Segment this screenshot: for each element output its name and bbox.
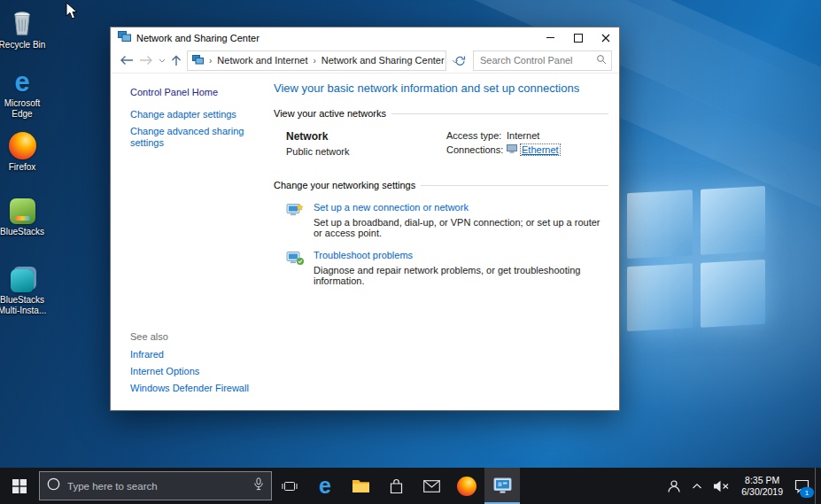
chevron-up-icon	[692, 483, 702, 490]
sidebar-item-change-adapter-settings[interactable]: Change adapter settings	[130, 109, 263, 120]
setup-connection-description: Set up a broadband, dial-up, or VPN conn…	[314, 217, 608, 238]
bluestacks-icon	[0, 194, 48, 224]
breadcrumb-item-network-and-sharing-center[interactable]: Network and Sharing Center	[321, 55, 445, 66]
taskbar-search-input[interactable]	[66, 480, 248, 492]
networking-settings-header: Change your networking settings	[274, 180, 608, 190]
firefox-icon	[457, 477, 476, 496]
sidebar: Control Panel Home Change adapter settin…	[111, 74, 263, 410]
window-titlebar: Network and Sharing Center	[111, 27, 619, 48]
refresh-button[interactable]	[452, 55, 468, 66]
start-button[interactable]	[0, 468, 39, 504]
setup-connection-link[interactable]: Set up a new connection or network	[314, 202, 608, 213]
window-system-icon[interactable]	[118, 31, 131, 44]
search-icon	[596, 54, 607, 66]
access-type-value: Internet	[507, 130, 539, 141]
troubleshoot-task: Troubleshoot problems Diagnose and repai…	[286, 250, 608, 286]
desktop-icon-label: BlueStacks	[0, 227, 48, 237]
sidebar-item-control-panel-home[interactable]: Control Panel Home	[130, 87, 263, 97]
taskbar-clock[interactable]: 8:35 PM 6/30/2019	[735, 475, 789, 498]
action-center-button[interactable]: 1	[789, 468, 815, 504]
cortana-icon	[47, 477, 60, 494]
edge-icon: e	[0, 66, 48, 96]
desktop-icon-label: Recycle Bin	[0, 40, 48, 50]
windows-logo-wallpaper	[627, 186, 765, 331]
windows-logo-pane	[627, 190, 693, 258]
taskbar-firefox-button[interactable]	[449, 468, 484, 504]
access-type-label: Access type:	[446, 130, 507, 141]
people-button[interactable]	[662, 468, 686, 504]
taskbar-control-panel-button-active[interactable]	[484, 468, 520, 504]
hidden-icons-button[interactable]	[686, 468, 708, 504]
ethernet-link[interactable]: Ethernet	[520, 143, 561, 156]
taskbar-search[interactable]	[39, 471, 272, 500]
notification-badge: 1	[800, 487, 814, 498]
windows-logo-pane	[701, 259, 766, 327]
see-also-section: See also Infrared Internet Options Windo…	[130, 331, 263, 399]
back-button[interactable]	[120, 55, 134, 66]
address-location-icon	[192, 55, 204, 66]
clock-time: 8:35 PM	[741, 475, 783, 486]
bluestacks-multi-icon	[0, 262, 48, 292]
people-icon	[667, 479, 681, 493]
recent-pages-chevron-icon[interactable]	[159, 58, 166, 63]
sidebar-item-internet-options[interactable]: Internet Options	[130, 366, 263, 377]
address-bar[interactable]: › Network and Internet › Network and Sha…	[187, 50, 446, 71]
network-name: Network	[286, 130, 446, 143]
task-view-button[interactable]	[272, 468, 307, 504]
troubleshoot-description: Diagnose and repair network problems, or…	[314, 265, 608, 286]
breadcrumb-item-network-and-internet[interactable]: Network and Internet	[217, 55, 307, 66]
sidebar-item-windows-defender-firewall[interactable]: Windows Defender Firewall	[130, 383, 263, 394]
recycle-bin-icon	[0, 7, 48, 37]
desktop-icon-bluestacks[interactable]: BlueStacks	[0, 194, 48, 237]
control-panel-search[interactable]	[473, 50, 612, 71]
close-button[interactable]	[592, 27, 619, 48]
desktop-icon-label: BlueStacks Multi-Insta...	[0, 295, 48, 316]
show-desktop-button[interactable]	[815, 468, 821, 504]
new-connection-icon	[286, 202, 305, 238]
control-panel-search-input[interactable]	[478, 54, 596, 66]
desktop-icon-bluestacks-multi[interactable]: BlueStacks Multi-Insta...	[0, 262, 48, 316]
desktop-icon-recycle-bin[interactable]: Recycle Bin	[0, 7, 48, 50]
window-body: Control Panel Home Change adapter settin…	[111, 74, 619, 410]
breadcrumb-separator: ›	[311, 56, 317, 66]
maximize-button[interactable]	[564, 27, 592, 48]
windows-start-icon	[12, 479, 27, 493]
up-button[interactable]	[171, 55, 182, 66]
microphone-icon[interactable]	[253, 477, 264, 494]
network-sharing-center-window: Network and Sharing Center	[110, 27, 620, 411]
system-tray: 8:35 PM 6/30/2019 1	[662, 468, 821, 504]
taskbar-mail-button[interactable]	[414, 468, 449, 504]
active-networks-header: View your active networks	[274, 108, 608, 119]
minimize-button[interactable]	[537, 27, 564, 48]
active-networks-header-label: View your active networks	[274, 108, 386, 119]
store-icon	[389, 478, 404, 494]
firefox-icon	[0, 129, 48, 159]
setup-connection-task: Set up a new connection or network Set u…	[286, 202, 608, 238]
connections-label: Connections:	[446, 144, 507, 155]
forward-button[interactable]	[139, 55, 153, 66]
window-title: Network and Sharing Center	[136, 33, 259, 43]
taskbar-store-button[interactable]	[378, 468, 414, 504]
mail-icon	[423, 480, 440, 492]
taskbar: e	[0, 468, 821, 504]
active-network-item: Network Public network Access type: Inte…	[286, 130, 608, 159]
page-title: View your basic network information and …	[274, 81, 608, 95]
desktop-icon-label: Firefox	[0, 162, 48, 173]
desktop-icon-firefox[interactable]: Firefox	[0, 129, 48, 173]
sidebar-item-infrared[interactable]: Infrared	[130, 349, 263, 361]
taskbar-file-explorer-button[interactable]	[343, 468, 378, 504]
file-explorer-icon	[352, 478, 370, 493]
desktop-icon-microsoft-edge[interactable]: e Microsoft Edge	[0, 66, 48, 120]
control-panel-icon	[493, 477, 512, 494]
edge-icon: e	[319, 475, 331, 497]
windows-logo-pane	[701, 186, 766, 254]
troubleshoot-link[interactable]: Troubleshoot problems	[314, 250, 608, 260]
sidebar-item-change-advanced-sharing[interactable]: Change advanced sharing settings	[130, 126, 263, 149]
caption-buttons	[537, 27, 619, 48]
taskbar-edge-button[interactable]: e	[307, 468, 343, 504]
network-type: Public network	[286, 146, 446, 157]
volume-button[interactable]	[708, 468, 735, 504]
troubleshoot-icon	[286, 250, 305, 286]
ethernet-icon	[507, 144, 517, 156]
navigation-bar: › Network and Internet › Network and Sha…	[111, 48, 619, 74]
